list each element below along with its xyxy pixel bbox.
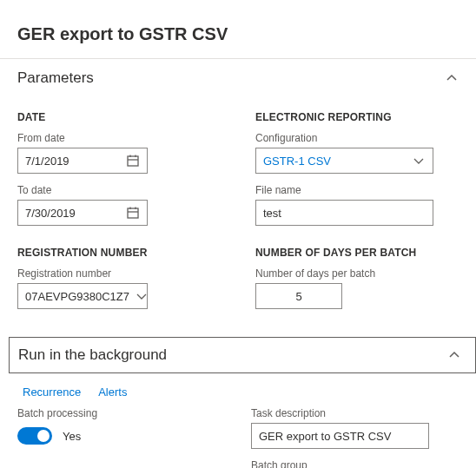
- task-description-value: GER export to GSTR CSV: [259, 430, 421, 443]
- days-per-batch-input[interactable]: 5: [255, 283, 342, 309]
- field-batch-processing: Batch processing Yes: [17, 407, 225, 449]
- group-registration: REGISTRATION NUMBER: [17, 247, 221, 259]
- svg-rect-4: [128, 208, 138, 218]
- registration-label: Registration number: [17, 267, 221, 280]
- dialog-header: GER export to GSTR CSV: [0, 0, 476, 59]
- background-links: Recurrence Alerts: [0, 373, 476, 407]
- svg-rect-0: [128, 156, 138, 166]
- batch-processing-label: Batch processing: [17, 407, 225, 419]
- registration-value: 07AEVPG9380C1Z7: [25, 290, 129, 303]
- field-configuration: Configuration GSTR-1 CSV: [255, 132, 459, 174]
- section-background-header[interactable]: Run in the background: [9, 337, 476, 373]
- recurrence-link[interactable]: Recurrence: [23, 386, 81, 399]
- alerts-link[interactable]: Alerts: [98, 386, 127, 399]
- chevron-up-icon: [447, 348, 461, 362]
- calendar-icon[interactable]: [126, 206, 140, 220]
- batch-processing-state: Yes: [63, 430, 81, 443]
- section-parameters-header[interactable]: Parameters: [0, 59, 476, 97]
- batch-processing-toggle[interactable]: [17, 427, 52, 445]
- field-registration: Registration number 07AEVPG9380C1Z7: [17, 267, 221, 309]
- calendar-icon[interactable]: [126, 154, 140, 168]
- task-description-label: Task description: [251, 407, 459, 419]
- from-date-input[interactable]: 7/1/2019: [17, 148, 148, 174]
- registration-select[interactable]: 07AEVPG9380C1Z7: [17, 283, 148, 309]
- section-background-title: Run in the background: [18, 346, 167, 364]
- dialog-title: GER export to GSTR CSV: [17, 24, 459, 44]
- parameters-left-col: DATE From date 7/1/2019 To date 7/30/201…: [17, 101, 221, 320]
- to-date-label: To date: [17, 184, 221, 196]
- field-task-description: Task description GER export to GSTR CSV: [251, 407, 459, 449]
- toggle-knob: [37, 430, 50, 442]
- field-filename: File name test: [255, 184, 459, 226]
- configuration-select[interactable]: GSTR-1 CSV: [255, 148, 433, 174]
- field-to-date: To date 7/30/2019: [17, 184, 221, 226]
- filename-label: File name: [255, 184, 459, 196]
- to-date-value: 7/30/2019: [25, 207, 121, 220]
- group-date: DATE: [17, 111, 221, 123]
- configuration-value: GSTR-1 CSV: [263, 155, 407, 168]
- background-right-col: Task description GER export to GSTR CSV …: [251, 407, 459, 468]
- chevron-down-icon: [412, 154, 426, 168]
- field-from-date: From date 7/1/2019: [17, 132, 221, 174]
- background-body: Batch processing Yes Task description GE…: [0, 407, 476, 468]
- parameters-right-col: ELECTRONIC REPORTING Configuration GSTR-…: [255, 101, 459, 320]
- from-date-value: 7/1/2019: [25, 155, 121, 168]
- days-per-batch-label: Number of days per batch: [255, 267, 459, 280]
- configuration-label: Configuration: [255, 132, 459, 144]
- days-per-batch-value: 5: [263, 290, 334, 303]
- parameters-body: DATE From date 7/1/2019 To date 7/30/201…: [0, 97, 476, 337]
- field-days-per-batch: Number of days per batch 5: [255, 267, 459, 309]
- filename-input[interactable]: test: [255, 200, 433, 226]
- group-electronic-reporting: ELECTRONIC REPORTING: [255, 111, 459, 123]
- batch-group-label: Batch group: [251, 459, 459, 468]
- filename-value: test: [263, 207, 426, 220]
- task-description-input[interactable]: GER export to GSTR CSV: [251, 423, 429, 449]
- to-date-input[interactable]: 7/30/2019: [17, 200, 148, 226]
- section-parameters-title: Parameters: [17, 69, 94, 87]
- field-batch-group: Batch group: [251, 459, 459, 468]
- chevron-down-icon: [135, 289, 149, 303]
- background-left-col: Batch processing Yes: [17, 407, 225, 468]
- group-days-per-batch: NUMBER OF DAYS PER BATCH: [255, 247, 459, 259]
- chevron-up-icon: [445, 71, 459, 85]
- from-date-label: From date: [17, 132, 221, 144]
